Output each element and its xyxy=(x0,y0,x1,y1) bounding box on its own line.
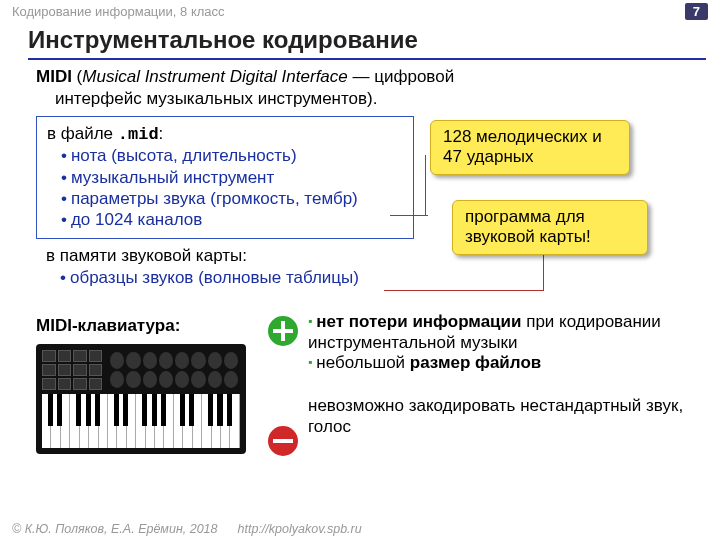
filebox-lead: в файле xyxy=(47,124,118,143)
midi-keyboard-image xyxy=(36,344,246,454)
intro-line2: интерфейс музыкальных инструментов). xyxy=(55,89,378,108)
midi-expansion: Musical Instrument Digital Interface xyxy=(82,67,348,86)
memory-item: образцы звуков (волновые таблицы) xyxy=(60,267,416,288)
filebox-item: музыкальный инструмент xyxy=(61,167,403,188)
callout2-l1: программа для xyxy=(465,207,585,226)
filebox-colon: : xyxy=(159,124,164,143)
pro2-lead: небольшой xyxy=(316,353,410,372)
callout-program: программа для звуковой карты! xyxy=(452,200,648,255)
callout1-l1: 128 мелодических и xyxy=(443,127,602,146)
keyboard-pads xyxy=(42,350,102,390)
callout-instruments: 128 мелодических и 47 ударных xyxy=(430,120,630,175)
topic-text: Кодирование информации, 8 класс xyxy=(12,4,225,19)
callout1-l2: 47 ударных xyxy=(443,147,534,166)
filebox-item: до 1024 каналов xyxy=(61,209,403,230)
filebox-item: нота (высота, длительность) xyxy=(61,145,403,166)
con-item: невозможно закодировать нестандартный зв… xyxy=(308,396,700,437)
pro2-bold: размер файлов xyxy=(410,353,541,372)
memory-lead: в памяти звуковой карты: xyxy=(46,246,247,265)
pro-item: нет потери информации при кодировании ин… xyxy=(308,312,700,353)
midi-intro: MIDI (Musical Instrument Digital Interfa… xyxy=(36,66,706,110)
pro1-bold: нет потери информации xyxy=(316,312,521,331)
keyboard-label: MIDI-клавиатура: xyxy=(36,316,180,336)
title-rule xyxy=(28,58,706,60)
mid-file-box: в файле .mid: нота (высота, длительность… xyxy=(36,116,414,239)
keyboard-keys xyxy=(42,394,240,448)
footer-authors: © К.Ю. Поляков, Е.А. Ерёмин, 2018 xyxy=(12,522,218,536)
header-strip: Кодирование информации, 8 класс 7 xyxy=(0,0,720,22)
midi-abbr: MIDI xyxy=(36,67,72,86)
memory-block: в памяти звуковой карты: образцы звуков … xyxy=(36,245,416,288)
connector xyxy=(384,290,544,291)
page-number: 7 xyxy=(685,3,708,20)
pro-item: небольшой размер файлов xyxy=(308,353,700,374)
intro-dash: — цифровой xyxy=(348,67,454,86)
footer-url: http://kpolyakov.spb.ru xyxy=(238,522,362,536)
page-title: Инструментальное кодирование xyxy=(28,26,418,54)
connector xyxy=(390,215,428,216)
callout2-l2: звуковой карты! xyxy=(465,227,591,246)
filebox-item: параметры звука (громкость, тембр) xyxy=(61,188,403,209)
plus-icon xyxy=(268,316,298,346)
footer: © К.Ю. Поляков, Е.А. Ерёмин, 2018 http:/… xyxy=(12,522,708,536)
pros-cons: нет потери информации при кодировании ин… xyxy=(308,312,700,438)
keyboard-knobs xyxy=(108,350,240,390)
minus-icon xyxy=(268,426,298,456)
filebox-ext: .mid xyxy=(118,125,159,144)
connector xyxy=(425,155,426,215)
